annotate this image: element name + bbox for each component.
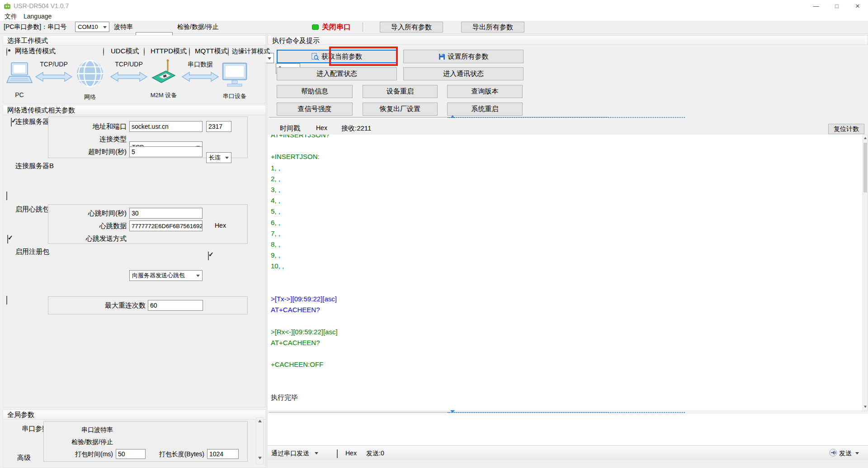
hb-mode-value: 向服务器发送心跳包 xyxy=(132,271,185,280)
packlen-input[interactable]: 1024 xyxy=(207,449,239,459)
hb-data-input[interactable]: 7777772E6D6F6B7561692E6 xyxy=(129,220,203,231)
device-reboot-button[interactable]: 设备重启 xyxy=(363,85,438,98)
scroll-up-icon[interactable] xyxy=(864,137,867,139)
diagram-serialdev-label: 串口设备 xyxy=(220,92,250,100)
hb-time-input[interactable]: 30 xyxy=(129,208,203,219)
log-line xyxy=(271,381,863,392)
server-a-checkbox[interactable] xyxy=(11,118,12,126)
send-channel-select[interactable]: 通过串口发送 xyxy=(271,449,309,458)
hb-time-label: 心跳时间(秒) xyxy=(59,209,127,218)
pc-port-label: [PC串口参数]：串口号 xyxy=(4,23,66,31)
packtime-label: 打包时间(ms) xyxy=(59,450,113,459)
log-line: +CACHEEN:OFF xyxy=(271,359,863,370)
scrollbar-thumb[interactable] xyxy=(863,143,867,192)
log-line: AT+CACHEEN? xyxy=(271,304,863,315)
window-title: USR-DR504 V1.0.7 xyxy=(14,0,69,12)
baud-label: 波特率 xyxy=(114,23,133,31)
radio-net-transparent[interactable] xyxy=(6,47,7,56)
g-line-label: 检验/数据/停止 xyxy=(59,438,113,446)
log-line: 10, , xyxy=(271,261,863,271)
radio-udc-label: UDC模式 xyxy=(111,47,139,56)
scroll-up-icon[interactable] xyxy=(258,420,262,422)
port-status-led-icon xyxy=(312,24,319,30)
enter-comm-button[interactable]: 进入通讯状态 xyxy=(403,67,524,80)
radio-udc[interactable] xyxy=(103,47,104,56)
export-all-button[interactable]: 导出所有参数 xyxy=(461,22,524,33)
log-line xyxy=(271,283,863,294)
app-window: { "window": {"title": "USR-DR504 V1.0.7"… xyxy=(0,0,868,468)
system-reboot-button[interactable]: 系统重启 xyxy=(447,103,523,116)
log-line: +INSERTJSON: xyxy=(271,151,863,162)
reconnect-input[interactable]: 60 xyxy=(148,300,203,311)
server-b-checkbox[interactable] xyxy=(6,192,7,200)
pc-laptop-icon xyxy=(6,62,33,86)
workmode-group-title: 选择工作模式 xyxy=(3,36,265,46)
keepalive-select[interactable]: 长连 xyxy=(206,152,231,163)
panel-divider xyxy=(267,34,267,468)
splitter-collapse-icon[interactable] xyxy=(450,410,455,413)
heartbeat-checkbox[interactable] xyxy=(7,235,8,243)
com-port-select[interactable]: COM10 xyxy=(75,22,109,32)
hb-hex-checkbox[interactable] xyxy=(208,252,209,260)
menu-file[interactable]: 文件 xyxy=(5,12,17,21)
send-button[interactable]: 发送 xyxy=(839,449,852,458)
send-textarea[interactable] xyxy=(268,414,868,445)
maximize-button[interactable]: □ xyxy=(826,0,847,12)
chevron-down-icon[interactable] xyxy=(855,452,859,454)
radio-mqtt[interactable] xyxy=(189,47,190,56)
register-checkbox[interactable] xyxy=(6,296,7,304)
log-area[interactable]: AT+INSERTJSON? +INSERTJSON:1, ,2, ,3, ,4… xyxy=(268,135,863,410)
double-arrow-icon xyxy=(35,71,72,84)
set-params-label: 设置所有参数 xyxy=(448,52,489,61)
addr-label: 地址和端口 xyxy=(59,122,127,131)
log-line: >[Rx<-][09:59:22][asc] xyxy=(271,327,863,337)
log-scrollbar[interactable] xyxy=(863,135,868,411)
signal-strength-button[interactable]: 查信号强度 xyxy=(277,103,353,116)
reconnect-label: 最大重连次数 xyxy=(68,301,146,310)
radio-httpd[interactable] xyxy=(144,47,145,56)
globalparams-group-title: 全局参数 xyxy=(3,410,265,420)
title-bar: USR-DR504 V1.0.7 — □ ✕ xyxy=(0,0,868,12)
help-info-button[interactable]: 帮助信息 xyxy=(277,85,353,98)
log-line: 7, , xyxy=(271,228,863,239)
chevron-down-icon[interactable] xyxy=(315,452,318,454)
send-splitter[interactable] xyxy=(448,412,685,413)
server-b-label: 连接服务器B xyxy=(15,162,54,170)
minimize-button[interactable]: — xyxy=(806,0,826,12)
set-params-button[interactable]: 设置所有参数 xyxy=(403,50,524,63)
factory-reset-button[interactable]: 恢复出厂设置 xyxy=(363,103,438,116)
scroll-down-icon[interactable] xyxy=(258,457,262,459)
timeout-input[interactable]: 5 xyxy=(129,146,203,157)
log-line: AT+INSERTJSON? xyxy=(271,135,863,140)
double-arrow-icon xyxy=(182,71,219,84)
port-input[interactable]: 2317 xyxy=(206,121,231,132)
close-button[interactable]: ✕ xyxy=(847,0,868,12)
close-port-button[interactable]: 关闭串口 xyxy=(322,23,351,32)
log-line xyxy=(271,370,863,381)
splitter-collapse-icon[interactable] xyxy=(450,115,455,118)
log-splitter[interactable] xyxy=(448,117,685,118)
timeout-label: 超时时间(秒) xyxy=(59,148,127,156)
g-baud-label: 串口波特率 xyxy=(59,426,113,434)
enter-config-button[interactable]: 进入配置状态 xyxy=(277,67,397,80)
radio-edge[interactable] xyxy=(228,47,229,56)
hb-mode-select[interactable]: 向服务器发送心跳包 xyxy=(129,270,203,281)
log-line: 1, , xyxy=(271,163,863,173)
send-hex-label: Hex xyxy=(345,449,357,457)
reset-counter-button[interactable]: 复位计数 xyxy=(828,124,864,134)
chevron-down-icon xyxy=(268,57,271,60)
addr-input[interactable]: socket.usr.cn xyxy=(129,121,203,132)
query-version-button[interactable]: 查询版本 xyxy=(447,85,523,98)
globalparams-scrollbar[interactable] xyxy=(256,417,264,464)
scroll-down-icon[interactable] xyxy=(864,406,867,408)
packtime-input[interactable]: 50 xyxy=(116,449,146,459)
hb-mode-label: 心跳发送方式 xyxy=(59,234,127,243)
serial-toolbar: [PC串口参数]：串口号 COM10 波特率 115200 检验/数据/停止 N… xyxy=(0,21,868,34)
menu-language[interactable]: Language xyxy=(24,12,52,21)
send-hex-checkbox[interactable] xyxy=(337,449,338,458)
diagram-pc-label: PC xyxy=(6,91,33,98)
hb-data-label: 心跳数据 xyxy=(59,222,127,230)
import-all-button[interactable]: 导入所有参数 xyxy=(380,22,443,33)
advanced-label: 高级 xyxy=(17,454,31,462)
packlen-label: 打包长度(Bytes) xyxy=(149,450,204,459)
